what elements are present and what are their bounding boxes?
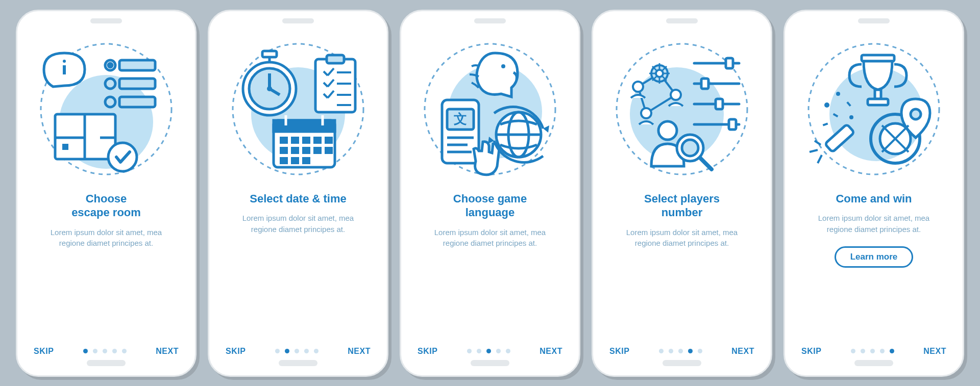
next-button[interactable]: NEXT	[348, 347, 371, 356]
svg-point-102	[836, 92, 840, 96]
svg-rect-44	[291, 137, 299, 144]
svg-point-90	[656, 70, 663, 77]
page-dot	[93, 349, 97, 353]
trophy-icon	[802, 38, 945, 181]
home-indicator	[471, 360, 509, 366]
next-button[interactable]: NEXT	[923, 347, 946, 356]
svg-rect-99	[868, 99, 888, 105]
svg-rect-45	[302, 137, 310, 144]
skip-button[interactable]: SKIP	[418, 347, 437, 356]
svg-point-6	[108, 63, 112, 67]
players-icon	[610, 38, 753, 181]
skip-button[interactable]: SKIP	[226, 347, 246, 356]
learn-more-button[interactable]: Learn more	[835, 246, 914, 268]
phone-mockup: Select date & timeLorem ipsum dolor sit …	[208, 10, 388, 377]
next-button[interactable]: NEXT	[731, 347, 754, 356]
home-indicator	[279, 360, 317, 366]
onboarding-footer: SKIPNEXT	[410, 347, 570, 356]
svg-rect-52	[325, 147, 333, 154]
onboarding-title: Select date & time	[244, 192, 352, 206]
svg-point-103	[849, 115, 853, 119]
page-indicator	[467, 349, 510, 353]
home-indicator	[854, 360, 893, 366]
skip-button[interactable]: SKIP	[34, 347, 54, 356]
page-dot	[669, 349, 673, 353]
page-dot	[861, 349, 865, 353]
svg-rect-50	[302, 147, 310, 154]
phone-screen: 文 Choose game languageLorem ipsum dolor …	[410, 31, 570, 347]
page-dot	[678, 349, 683, 353]
svg-rect-105	[823, 122, 828, 126]
phone-mockup: Select players numberLorem ipsum dolor s…	[592, 10, 772, 377]
page-indicator	[851, 349, 894, 353]
svg-rect-9	[119, 79, 155, 89]
svg-rect-71	[726, 58, 733, 68]
page-indicator	[659, 349, 702, 353]
onboarding-body: Lorem ipsum dolor sit amet, mea regione …	[27, 227, 186, 249]
onboarding-title: Come and win	[830, 192, 917, 206]
svg-point-101	[824, 102, 829, 108]
svg-rect-49	[291, 147, 299, 154]
svg-rect-7	[119, 60, 155, 70]
onboarding-body: Lorem ipsum dolor sit amet, mea regione …	[794, 213, 953, 235]
phone-mockup: Come and winLorem ipsum dolor sit amet, …	[783, 10, 964, 377]
phone-mockup: 文 Choose game languageLorem ipsum dolor …	[400, 10, 580, 377]
page-dot	[659, 349, 664, 353]
phone-screen: Choose escape roomLorem ipsum dolor sit …	[27, 31, 186, 347]
skip-button[interactable]: SKIP	[609, 347, 629, 356]
phone-speaker	[666, 18, 698, 23]
svg-line-94	[700, 158, 712, 169]
svg-rect-53	[280, 157, 288, 164]
svg-text:文: 文	[454, 111, 467, 126]
page-dot	[688, 349, 693, 353]
page-dot	[890, 349, 894, 353]
svg-point-82	[633, 82, 643, 92]
onboarding-title: Select players number	[639, 192, 725, 220]
svg-rect-16	[62, 144, 68, 150]
language-icon: 文	[419, 38, 561, 181]
phone-speaker	[474, 18, 506, 23]
language-icon: 文	[419, 38, 561, 181]
page-dot	[467, 349, 472, 353]
phone-screen: Select date & timeLorem ipsum dolor sit …	[218, 31, 378, 347]
phone-screen: Come and winLorem ipsum dolor sit amet, …	[794, 31, 953, 347]
page-dot	[285, 349, 289, 353]
next-button[interactable]: NEXT	[156, 347, 179, 356]
escape-room-icon	[35, 38, 178, 181]
svg-rect-4	[63, 65, 66, 74]
page-dot	[486, 349, 491, 353]
page-dot	[880, 349, 885, 353]
home-indicator	[87, 360, 126, 366]
page-dot	[122, 349, 127, 353]
page-dot	[851, 349, 855, 353]
svg-point-109	[911, 109, 921, 119]
page-dot	[103, 349, 107, 353]
svg-point-3	[63, 60, 66, 63]
onboarding-footer: SKIPNEXT	[218, 347, 378, 356]
svg-rect-46	[313, 137, 322, 144]
onboarding-title: Choose escape room	[66, 192, 146, 220]
phone-speaker	[90, 18, 122, 23]
phone-speaker	[858, 18, 890, 23]
page-indicator	[83, 349, 127, 353]
page-dot	[304, 349, 309, 353]
date-time-icon	[227, 38, 370, 181]
next-button[interactable]: NEXT	[540, 347, 562, 356]
svg-rect-75	[716, 99, 723, 109]
svg-rect-47	[325, 137, 333, 144]
onboarding-body: Lorem ipsum dolor sit amet, mea regione …	[218, 213, 378, 235]
onboarding-body: Lorem ipsum dolor sit amet, mea regione …	[602, 227, 762, 249]
svg-rect-77	[729, 119, 736, 130]
skip-button[interactable]: SKIP	[801, 347, 821, 356]
svg-rect-20	[262, 51, 277, 57]
phone-mockup: Choose escape roomLorem ipsum dolor sit …	[16, 10, 197, 377]
onboarding-footer: SKIPNEXT	[27, 347, 186, 356]
players-icon	[610, 38, 753, 181]
home-indicator	[663, 360, 701, 366]
svg-rect-51	[313, 147, 322, 154]
date-time-icon	[227, 38, 370, 181]
svg-point-83	[671, 90, 681, 100]
onboarding-body: Lorem ipsum dolor sit amet, mea regione …	[410, 227, 570, 249]
escape-room-icon	[35, 38, 178, 181]
page-dot	[506, 349, 510, 353]
